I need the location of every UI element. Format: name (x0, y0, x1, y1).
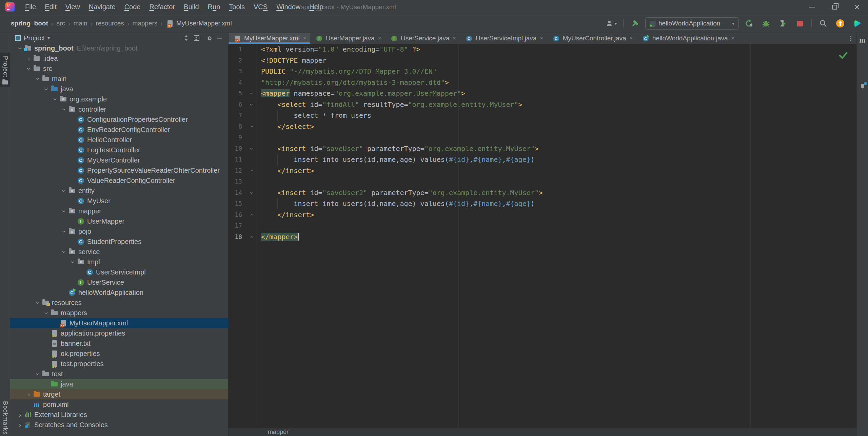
code-line[interactable]: 5›<mapper namespace="org.example.mapper.… (229, 88, 856, 99)
menu-view[interactable]: View (61, 0, 84, 14)
tree-row[interactable]: ›service (10, 247, 228, 257)
tree-row[interactable]: IUserService (10, 277, 228, 287)
tab-close-icon[interactable]: × (378, 35, 381, 41)
code-line[interactable]: 12› </insert> (229, 165, 856, 176)
chevron-collapsed-icon[interactable]: › (16, 421, 24, 429)
editor-tab[interactable]: ChelloWorldApplication.java× (637, 33, 738, 44)
editor-tab[interactable]: IUserService.java× (385, 33, 460, 44)
tree-row[interactable]: CStudentProperties (10, 236, 228, 247)
code-line[interactable]: 3PUBLIC "-//mybatis.org//DTD Mapper 3.0/… (229, 66, 856, 77)
expand-all-button[interactable] (181, 34, 191, 42)
fold-collapse-icon[interactable]: › (246, 189, 257, 197)
notifications-tool-button[interactable] (857, 83, 868, 92)
restore-button[interactable] (823, 0, 846, 14)
code-line[interactable]: 6› <select id="findAll" resultType="org.… (229, 99, 856, 110)
editor-tab[interactable]: CMyUserController.java× (547, 33, 637, 44)
tree-row[interactable]: ›org.example (10, 94, 228, 104)
fold-end-icon[interactable]: › (246, 122, 257, 131)
inspections-ok-indicator[interactable] (839, 52, 848, 59)
chevron-expanded-icon[interactable]: › (60, 207, 68, 215)
tree-row[interactable]: ›test (10, 369, 228, 379)
tab-close-icon[interactable]: × (731, 35, 734, 41)
update-available-button[interactable] (833, 17, 847, 30)
code-line[interactable]: 8› </select> (229, 121, 856, 132)
tree-row[interactable]: ›pojo (10, 226, 228, 236)
tree-row[interactable]: ›main (10, 74, 228, 84)
code-line[interactable]: 9 (229, 132, 856, 143)
bookmarks-tool-button[interactable]: Bookmarks (0, 401, 10, 435)
run-configuration-select[interactable]: helloWorldApplication ▾ (645, 17, 739, 30)
chevron-expanded-icon[interactable]: › (34, 75, 42, 82)
fold-end-icon[interactable]: › (246, 211, 257, 219)
code-with-me-users-button[interactable]: ▾ (605, 17, 618, 30)
code-line[interactable]: 15 insert into users(id,name,age) values… (229, 198, 856, 209)
tree-row[interactable]: mpom.xml (10, 399, 228, 410)
breadcrumb-item[interactable]: resources (96, 20, 124, 27)
tree-row[interactable]: CConfigurationPropertiesController (10, 114, 228, 125)
chevron-expanded-icon[interactable]: › (16, 44, 24, 52)
tree-row[interactable]: java (10, 379, 228, 389)
menu-tools[interactable]: Tools (224, 0, 249, 14)
tab-options-icon[interactable] (846, 36, 856, 41)
tree-row[interactable]: ChelloWorldApplication (10, 287, 228, 298)
tree-row[interactable]: ›.idea (10, 53, 228, 63)
tree-row[interactable]: ›Impl (10, 257, 228, 267)
code-line[interactable]: 17 (229, 220, 856, 231)
tab-close-icon[interactable]: × (630, 35, 633, 41)
chevron-collapsed-icon[interactable]: › (16, 411, 24, 419)
minimize-button[interactable] (801, 0, 823, 14)
tree-row[interactable]: CEnvReaderConfigController (10, 125, 228, 135)
stop-button[interactable] (793, 17, 807, 30)
tree-row[interactable]: ›java (10, 84, 228, 94)
debug-button[interactable] (759, 17, 773, 30)
breadcrumb-item[interactable]: spring_boot (11, 20, 48, 27)
tree-row[interactable]: ›mappers (10, 308, 228, 318)
tree-row[interactable]: ›External Libraries (10, 410, 228, 420)
project-panel-title[interactable]: Project (24, 34, 45, 42)
close-button[interactable] (846, 0, 868, 14)
code-editor[interactable]: 1<?xml version="1.0" encoding="UTF-8" ?>… (229, 44, 856, 428)
tree-row[interactable]: <>MyUserMapper.xml (10, 318, 228, 328)
tree-row[interactable]: banner.txt (10, 338, 228, 348)
menu-file[interactable]: File (21, 0, 40, 14)
chevron-expanded-icon[interactable]: › (52, 95, 59, 103)
tree-row[interactable]: CMyUserController (10, 155, 228, 165)
maven-tool-button[interactable]: m (857, 36, 868, 47)
tree-row[interactable]: ›entity (10, 186, 228, 196)
tab-close-icon[interactable]: × (453, 35, 456, 41)
tree-row[interactable]: CMyUser (10, 196, 228, 206)
project-tool-button[interactable]: Project (0, 53, 10, 87)
build-project-button[interactable] (628, 17, 642, 30)
tree-row[interactable]: ›resources (10, 298, 228, 308)
fold-collapse-icon[interactable]: › (246, 89, 257, 97)
tab-close-icon[interactable]: × (303, 35, 306, 41)
tree-row[interactable]: application.properties (10, 328, 228, 338)
chevron-expanded-icon[interactable]: › (43, 309, 51, 317)
editor-tab[interactable]: <>MyUserMapper.xml× (229, 33, 310, 44)
chevron-expanded-icon[interactable]: › (60, 248, 68, 255)
tree-row[interactable]: CValueReaderConfigController (10, 175, 228, 186)
tree-row[interactable]: ›mapper (10, 206, 228, 216)
code-line[interactable]: 1<?xml version="1.0" encoding="UTF-8" ?> (229, 44, 856, 55)
code-line[interactable]: 7 select * from users (229, 110, 856, 121)
tab-close-icon[interactable]: × (540, 35, 543, 41)
chevron-expanded-icon[interactable]: › (60, 228, 68, 235)
chevron-expanded-icon[interactable]: › (60, 187, 68, 194)
chevron-expanded-icon[interactable]: › (43, 85, 51, 93)
code-line[interactable]: 14› <insert id="saveUser2" parameterType… (229, 187, 856, 198)
menu-edit[interactable]: Edit (40, 0, 61, 14)
menu-navigate[interactable]: Navigate (84, 0, 120, 14)
editor-tab[interactable]: CUserServiceImpl.java× (460, 33, 547, 44)
rerun-button[interactable] (742, 17, 756, 30)
chevron-expanded-icon[interactable]: › (34, 370, 42, 378)
code-with-me-button[interactable] (850, 17, 864, 30)
editor-tab[interactable]: IUserMapper.java× (310, 33, 385, 44)
breadcrumb-file[interactable]: <>MyUserMapper.xml (166, 20, 232, 27)
settings-button[interactable] (204, 34, 215, 42)
code-line[interactable]: 10› <insert id="saveUser" parameterType=… (229, 143, 856, 154)
fold-end-icon[interactable]: › (246, 233, 257, 241)
tree-row[interactable]: ›spring_bootE:\learn\spring_boot (10, 43, 228, 53)
run-with-coverage-button[interactable] (776, 17, 790, 30)
tree-row[interactable]: CUserServiceImpl (10, 267, 228, 277)
code-line[interactable]: 11 insert into users(id,name,age) values… (229, 154, 856, 165)
